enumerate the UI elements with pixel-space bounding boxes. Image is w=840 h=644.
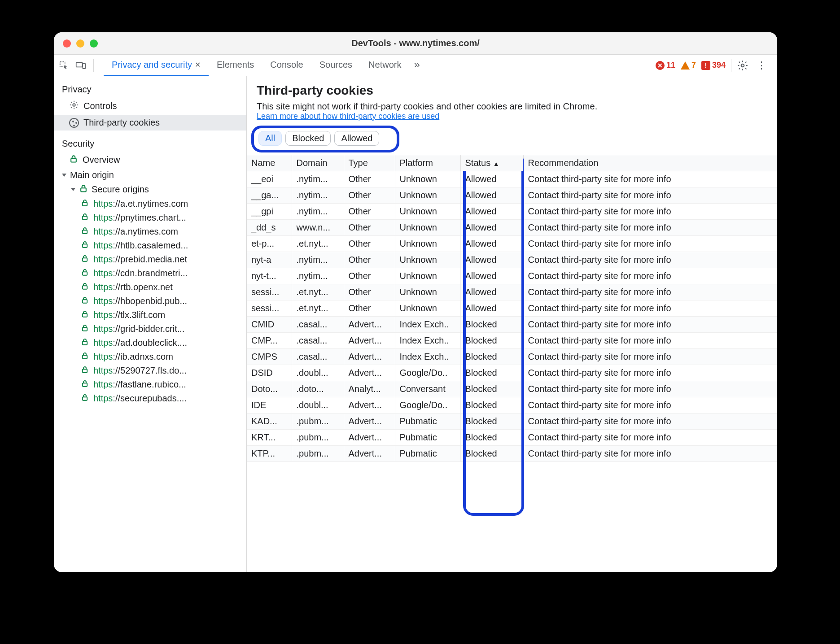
filter-all[interactable]: All xyxy=(258,131,282,146)
cell-name: nyt-a xyxy=(247,252,292,268)
cookie-icon xyxy=(69,118,79,128)
error-count[interactable]: ✕ 11 xyxy=(656,61,675,70)
table-row[interactable]: et-p....et.nyt...OtherUnknownAllowedCont… xyxy=(247,236,777,252)
more-options-icon[interactable]: ⋮ xyxy=(754,60,769,71)
origin-item[interactable]: https://prebid.media.net xyxy=(54,252,246,266)
table-row[interactable]: KRT....pubm...Advert...PubmaticBlockedCo… xyxy=(247,430,777,446)
cell-type: Other xyxy=(344,187,395,204)
svg-rect-2 xyxy=(83,63,85,68)
origin-url: https://5290727.fls.do... xyxy=(93,366,187,376)
origin-item[interactable]: https://hbopenbid.pub... xyxy=(54,294,246,308)
tab-console[interactable]: Console xyxy=(262,55,311,76)
cell-domain: .nytim... xyxy=(292,171,344,187)
close-icon[interactable]: ✕ xyxy=(195,61,201,69)
warning-count[interactable]: 7 xyxy=(681,61,696,70)
lock-icon xyxy=(81,338,89,348)
origin-item[interactable]: https://rtb.openx.net xyxy=(54,280,246,294)
col-status[interactable]: Status ▲ xyxy=(460,155,523,171)
table-row[interactable]: DSID.doubl...Advert...Google/Do..Blocked… xyxy=(247,365,777,381)
tab-elements[interactable]: Elements xyxy=(209,55,262,76)
sidebar-item-third-party-cookies[interactable]: Third-party cookies xyxy=(54,115,246,131)
origin-url: https://cdn.brandmetri... xyxy=(93,268,188,278)
filter-chips: All Blocked Allowed xyxy=(254,128,770,148)
table-row[interactable]: CMPS.casal...Advert...Index Exch..Blocke… xyxy=(247,349,777,365)
table-row[interactable]: nyt-t....nytim...OtherUnknownAllowedCont… xyxy=(247,268,777,284)
origin-url: https://securepubads.... xyxy=(93,393,187,404)
cell-status: Blocked xyxy=(460,381,523,397)
cell-name: KAD... xyxy=(247,413,292,430)
table-row[interactable]: CMP....casal...Advert...Index Exch..Bloc… xyxy=(247,333,777,349)
origin-url: https://a.nytimes.com xyxy=(93,226,178,237)
origin-item[interactable]: https://ad.doubleclick.... xyxy=(54,336,246,350)
minimize-window-button[interactable] xyxy=(76,39,84,48)
cell-status: Allowed xyxy=(460,268,523,284)
lock-icon xyxy=(81,366,89,376)
inspect-element-icon[interactable] xyxy=(57,59,70,72)
learn-more-link[interactable]: Learn more about how third-party cookies… xyxy=(257,112,439,121)
cell-platform: Unknown xyxy=(395,204,460,220)
origin-item[interactable]: https://fastlane.rubico... xyxy=(54,378,246,392)
origin-item[interactable]: https://htlb.casalemed... xyxy=(54,239,246,252)
cell-domain: www.n... xyxy=(292,220,344,236)
issue-count[interactable]: ! 394 xyxy=(701,61,726,70)
issue-icon: ! xyxy=(701,61,710,70)
col-platform[interactable]: Platform xyxy=(395,155,460,171)
cell-platform: Pubmatic xyxy=(395,413,460,430)
filter-allowed[interactable]: Allowed xyxy=(334,131,379,146)
sidebar-item-controls[interactable]: Controls xyxy=(54,97,246,115)
svg-rect-16 xyxy=(83,327,88,331)
origin-item[interactable]: https://securepubads.... xyxy=(54,392,246,405)
more-tabs-button[interactable]: » xyxy=(409,55,424,76)
origin-item[interactable]: https://5290727.fls.do... xyxy=(54,364,246,378)
table-row[interactable]: __gpi.nytim...OtherUnknownAllowedContact… xyxy=(247,204,777,220)
col-domain[interactable]: Domain xyxy=(292,155,344,171)
svg-point-4 xyxy=(73,104,75,106)
origin-url: https://fastlane.rubico... xyxy=(93,379,186,390)
close-window-button[interactable] xyxy=(63,39,71,48)
tree-secure-origins[interactable]: Secure origins xyxy=(54,182,246,197)
cell-type: Advert... xyxy=(344,430,395,446)
origin-item[interactable]: https://grid-bidder.crit... xyxy=(54,322,246,336)
table-row[interactable]: sessi....et.nyt...OtherUnknownAllowedCon… xyxy=(247,300,777,317)
origin-item[interactable]: https://a.nytimes.com xyxy=(54,225,246,239)
tab-network[interactable]: Network xyxy=(360,55,409,76)
svg-rect-14 xyxy=(83,300,88,303)
device-toggle-icon[interactable] xyxy=(74,59,87,72)
settings-icon[interactable] xyxy=(737,60,748,71)
sidebar-item-overview[interactable]: Overview xyxy=(54,152,246,168)
table-row[interactable]: nyt-a.nytim...OtherUnknownAllowedContact… xyxy=(247,252,777,268)
cell-type: Advert... xyxy=(344,317,395,333)
col-recommendation[interactable]: Recommendation xyxy=(523,155,777,171)
origin-item[interactable]: https://cdn.brandmetri... xyxy=(54,266,246,280)
origin-item[interactable]: https://ib.adnxs.com xyxy=(54,350,246,364)
col-type[interactable]: Type xyxy=(344,155,395,171)
cell-domain: .pubm... xyxy=(292,446,344,462)
origin-item[interactable]: https://pnytimes.chart... xyxy=(54,211,246,225)
zoom-window-button[interactable] xyxy=(90,39,98,48)
cell-domain: .pubm... xyxy=(292,430,344,446)
cell-platform: Unknown xyxy=(395,220,460,236)
table-row[interactable]: sessi....et.nyt...OtherUnknownAllowedCon… xyxy=(247,284,777,300)
cell-domain: .nytim... xyxy=(292,268,344,284)
table-row[interactable]: Doto....doto...Analyt...ConversantBlocke… xyxy=(247,381,777,397)
table-row[interactable]: CMID.casal...Advert...Index Exch..Blocke… xyxy=(247,317,777,333)
cell-platform: Unknown xyxy=(395,171,460,187)
table-row[interactable]: __eoi.nytim...OtherUnknownAllowedContact… xyxy=(247,171,777,187)
table-row[interactable]: KTP....pubm...Advert...PubmaticBlockedCo… xyxy=(247,446,777,462)
error-icon: ✕ xyxy=(656,61,665,70)
table-row[interactable]: KAD....pubm...Advert...PubmaticBlockedCo… xyxy=(247,413,777,430)
origin-item[interactable]: https://tlx.3lift.com xyxy=(54,308,246,322)
filter-blocked[interactable]: Blocked xyxy=(285,131,331,146)
origin-item[interactable]: https://a.et.nytimes.com xyxy=(54,197,246,211)
svg-rect-19 xyxy=(83,369,88,373)
table-row[interactable]: IDE.doubl...Advert...Google/Do..BlockedC… xyxy=(247,397,777,413)
cell-domain: .et.nyt... xyxy=(292,236,344,252)
table-row[interactable]: __ga....nytim...OtherUnknownAllowedConta… xyxy=(247,187,777,204)
tab-sources[interactable]: Sources xyxy=(311,55,360,76)
cell-rec: Contact third-party site for more info xyxy=(523,204,777,220)
tree-main-origin[interactable]: Main origin xyxy=(54,168,246,182)
table-row[interactable]: _dd_swww.n...OtherUnknownAllowedContact … xyxy=(247,220,777,236)
col-name[interactable]: Name xyxy=(247,155,292,171)
cookies-table: Name Domain Type Platform Status ▲ Recom… xyxy=(247,155,777,572)
tab-privacy-security[interactable]: Privacy and security ✕ xyxy=(104,55,209,76)
